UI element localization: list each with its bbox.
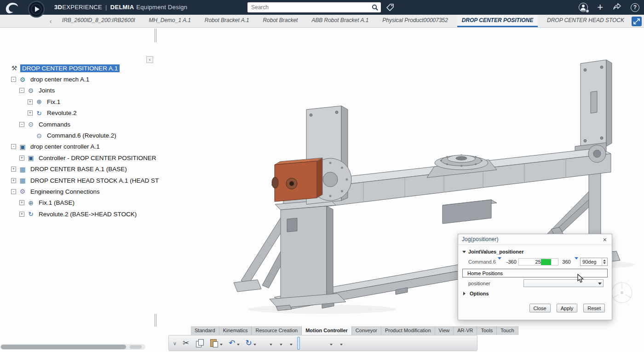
tree-expander-icon[interactable]: - <box>11 77 16 82</box>
tree-item[interactable]: - ⚙ Engineering Connections <box>3 186 161 197</box>
motion-tool-5-icon[interactable] <box>303 337 306 350</box>
tree-item[interactable]: - ⊙ Commands <box>3 119 161 130</box>
tab-scroll-left-icon[interactable]: ‹ <box>46 15 55 27</box>
slider-thumb[interactable] <box>541 259 551 265</box>
tree-expander-icon[interactable]: - <box>11 144 16 149</box>
tree-expander-icon[interactable]: + <box>28 99 33 104</box>
spinner-arrows[interactable] <box>602 258 607 265</box>
share-icon[interactable] <box>612 2 621 12</box>
document-tab[interactable]: ABB Robot Bracket A.1 <box>307 15 373 27</box>
joint-values-section-header[interactable]: JointValues_positioner <box>462 247 608 256</box>
ribbon-tab[interactable]: Product Modification <box>381 326 435 335</box>
user-avatar-icon[interactable] <box>579 3 588 12</box>
document-tab[interactable]: MH_Demo_1 A.1 <box>144 15 196 27</box>
close-button[interactable]: Close <box>529 304 551 312</box>
ribbon-tab[interactable]: Standard <box>191 326 219 335</box>
ribbon-tab[interactable]: Kinematics <box>219 326 252 335</box>
maximize-icon[interactable] <box>632 17 642 26</box>
tree-item[interactable]: + ▣ Controller - DROP CENTER POSITIONER <box>3 152 161 163</box>
tree-item[interactable]: + ▦ DROP CENTER BASE A.1 (BASE) <box>3 164 161 175</box>
tree-item[interactable]: + ↻ Revolute.2 <box>3 108 161 119</box>
jog-mechanism-icon[interactable] <box>297 337 300 350</box>
help-icon[interactable]: ? <box>631 3 639 12</box>
tree-item[interactable]: + ⊕ Fix.1 (BASE) <box>3 197 161 208</box>
tree-item[interactable]: - ⚙ drop center mech A.1 <box>3 74 161 85</box>
document-tab[interactable]: Physical Product00007352 <box>378 15 453 27</box>
tree-expander-icon[interactable]: + <box>19 212 24 217</box>
tree-node-label[interactable]: Revolute.2 (BASE->HEAD STOCK) <box>37 210 138 218</box>
ribbon-tab[interactable]: Touch <box>497 326 518 335</box>
ribbon-tab[interactable]: Motion Controller <box>302 326 352 335</box>
dropdown-caret-icon[interactable] <box>290 344 293 347</box>
cut-icon[interactable]: ✂ <box>181 337 190 350</box>
motion-tool-8-icon[interactable] <box>321 337 324 350</box>
tree-node-label[interactable]: drop center mech A.1 <box>29 75 91 83</box>
options-section-header[interactable]: Options <box>462 289 608 298</box>
tree-node-label[interactable]: Revolute.2 <box>45 109 79 117</box>
ribbon-tab[interactable]: Resource Creation <box>252 326 302 335</box>
copy-icon[interactable] <box>194 337 205 350</box>
tag-icon[interactable] <box>385 3 396 12</box>
tree-item[interactable]: ⚒ DROP CENTER POSITIONER A.1 <box>3 63 161 74</box>
dropdown-caret-icon[interactable] <box>237 344 240 347</box>
jog-dialog-titlebar[interactable]: Jog(positioner) × <box>458 234 612 245</box>
tree-expander-icon[interactable]: - <box>19 122 24 127</box>
joint-slider[interactable]: 25 <box>518 258 558 265</box>
dropdown-caret-icon[interactable] <box>597 280 603 287</box>
tree-item[interactable]: + ▦ DROP CENTER HEAD STOCK A.1 (HEAD ST <box>3 175 161 186</box>
tree-node-label[interactable]: DROP CENTER HEAD STOCK A.1 (HEAD ST <box>29 177 161 185</box>
reset-button[interactable]: Reset <box>583 304 605 312</box>
motion-tool-6-icon[interactable] <box>309 337 312 350</box>
tree-item[interactable]: + ↻ Revolute.2 (BASE->HEAD STOCK) <box>3 208 161 219</box>
positioner-dropdown[interactable] <box>523 279 604 287</box>
motion-tool-4-icon[interactable] <box>287 337 294 350</box>
dropdown-caret-icon[interactable] <box>280 344 282 347</box>
tree-item[interactable]: + ⊕ Fix.1 <box>3 96 161 107</box>
tree-node-label[interactable]: DROP CENTER POSITIONER A.1 <box>20 64 120 72</box>
document-tab[interactable]: DROP CENTER HEAD STOCK <box>542 15 629 27</box>
scrollbar-handle[interactable] <box>1 345 126 349</box>
step-angle-value[interactable]: 90deg <box>581 258 602 265</box>
tree-node-label[interactable]: DROP CENTER BASE A.1 (BASE) <box>29 165 129 173</box>
step-angle-spinbox[interactable]: 90deg <box>580 258 608 266</box>
tree-expander-icon[interactable]: + <box>28 110 33 115</box>
tree-node-label[interactable]: Commands <box>37 121 72 128</box>
document-tab[interactable]: Robot Bracket A.1 <box>200 15 254 27</box>
motion-tool-1-icon[interactable] <box>261 337 264 350</box>
document-tab[interactable]: Robot Bracket <box>258 15 302 27</box>
toolbar-overflow-icon[interactable]: ∨ <box>172 337 178 350</box>
undo-icon[interactable]: ↶ <box>227 337 241 350</box>
tree-node-label[interactable]: Engineering Connections <box>29 188 102 196</box>
paste-icon[interactable] <box>208 337 224 350</box>
tree-node-label[interactable]: drop center controller A.1 <box>29 143 102 150</box>
panel-splitter-top[interactable] <box>155 29 156 42</box>
dropdown-caret-icon[interactable] <box>220 344 223 347</box>
motion-tool-9-icon[interactable] <box>327 337 334 350</box>
tree-expander-icon[interactable]: + <box>19 156 24 161</box>
dropdown-caret-icon[interactable] <box>253 344 256 347</box>
motion-tool-10-icon[interactable] <box>337 337 344 350</box>
close-icon[interactable]: × <box>601 237 608 242</box>
search-icon[interactable] <box>369 2 381 12</box>
motion-tool-7-icon[interactable] <box>315 337 318 350</box>
ribbon-tab[interactable]: View <box>435 326 454 335</box>
tree-expander-icon[interactable]: - <box>11 189 16 194</box>
dropdown-caret-icon[interactable] <box>270 344 272 347</box>
tree-expander-icon[interactable]: + <box>11 178 16 183</box>
tree-node-label[interactable]: Fix.1 (BASE) <box>37 199 76 207</box>
ribbon-tab[interactable]: Conveyor <box>352 326 381 335</box>
ribbon-tab[interactable]: Tools <box>477 326 497 335</box>
dropdown-caret-icon[interactable] <box>330 344 333 347</box>
add-content-button[interactable]: + <box>597 3 603 12</box>
tree-item[interactable]: - ⚙ Joints <box>3 85 161 96</box>
horizontal-scrollbar[interactable] <box>0 344 145 350</box>
search-input[interactable] <box>247 2 369 12</box>
motion-tool-3-icon[interactable] <box>277 337 284 350</box>
document-tab[interactable]: DROP CENTER POSITIONE <box>457 15 538 27</box>
update-icon[interactable]: ↻ <box>244 337 258 350</box>
home-positions-section-header[interactable]: Home Positions <box>462 269 608 277</box>
tree-expander-icon[interactable]: - <box>19 88 24 93</box>
panel-splitter-bottom[interactable] <box>155 314 156 327</box>
compass-play-button[interactable] <box>28 0 45 18</box>
motion-tool-2-icon[interactable] <box>267 337 274 350</box>
